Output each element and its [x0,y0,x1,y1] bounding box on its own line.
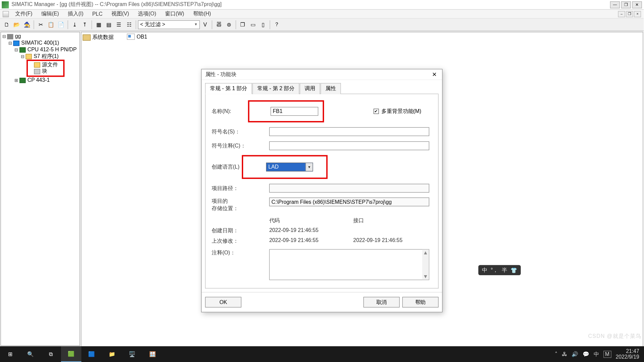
close-button[interactable]: ✕ [632,1,642,8]
object-label: 系统数据 [92,34,113,41]
tree-toggle[interactable]: ⊟ [20,53,25,60]
cancel-button[interactable]: 取消 [363,297,399,308]
ime-settings-icon[interactable]: 👕 [511,267,517,273]
object-ob1[interactable]: OB1 [127,34,147,40]
monitor-button[interactable]: ⊚ [224,20,234,29]
cut-button[interactable]: ✂ [36,20,46,29]
comment-textarea[interactable]: ▲▼ [269,249,429,280]
win-cascade-button[interactable]: ❐ [238,20,248,29]
wizard-button[interactable]: 🧙 [22,20,32,29]
system-tray[interactable]: ˄ 🖧 🔊 💬 中 M 21:47 2022/9/19 [550,349,644,360]
view-list-button[interactable]: ☰ [114,20,124,29]
taskbar-app-3[interactable]: 🖥️ [122,346,143,362]
start-button[interactable]: ⊞ [0,346,20,362]
tree-root[interactable]: gg [14,33,22,40]
mdi-minimize-button[interactable]: – [618,11,625,17]
tray-clock[interactable]: 21:47 2022/9/19 [615,349,639,360]
mdi-restore-button[interactable]: ❐ [626,11,633,17]
menu-file[interactable]: 文件(F) [11,9,37,19]
tab-calls[interactable]: 调用 [300,83,320,94]
chevron-down-icon[interactable]: ▼ [306,163,313,171]
menu-insert[interactable]: 插入(I) [63,9,88,19]
taskbar-app-2[interactable]: 🟦 [82,346,102,362]
menu-view[interactable]: 视图(V) [107,9,133,19]
menu-plc[interactable]: PLC [88,10,107,18]
ok-button[interactable]: OK [205,297,241,308]
help-button[interactable]: 帮助 [402,297,438,308]
dialog-titlebar[interactable]: 属性 - 功能块 ✕ [202,69,442,80]
name-input[interactable] [271,107,318,116]
tree-toggle[interactable]: ⊟ [2,33,6,40]
ime-width[interactable]: 半 [502,266,507,274]
tray-volume-icon[interactable]: 🔊 [572,351,578,357]
tree-toggle[interactable]: ⊟ [14,46,18,53]
mdi-close-button[interactable]: × [634,11,641,17]
scroll-down-icon[interactable]: ▼ [423,274,428,280]
tree-sources[interactable]: 源文件 [41,61,59,68]
menu-options[interactable]: 选项(O) [133,9,161,19]
ime-mode[interactable]: 中 [482,266,487,274]
dialog-close-button[interactable]: ✕ [431,70,439,78]
copy-button[interactable]: 📋 [46,20,56,29]
tree-blocks[interactable]: 块 [41,68,48,75]
tab-general-1[interactable]: 常规 - 第 1 部分 [205,83,252,94]
ime-indicator[interactable]: 中 °， 半 👕 [478,265,521,275]
view-small-button[interactable]: ▤ [104,20,114,29]
name-highlight-box [248,100,324,122]
taskbar-taskview-button[interactable]: ⧉ [41,346,61,362]
help-button[interactable]: ？ [272,20,282,29]
open-button[interactable]: 📂 [12,20,22,29]
lang-combo[interactable]: LAD ▼ [266,163,313,171]
symbol-input[interactable] [269,127,429,136]
scroll-up-icon[interactable]: ▲ [423,250,428,256]
dialog-button-bar: OK 取消 帮助 [202,292,442,312]
tab-general-2[interactable]: 常规 - 第 2 部分 [253,83,300,94]
window-title: SIMATIC Manager - [gg (组件视图) -- C:\Progr… [11,1,610,8]
tree-toggle[interactable]: ⊞ [14,77,18,83]
ob-icon [127,34,135,40]
minimize-button[interactable]: — [610,1,620,8]
simulate-button[interactable]: 器 [214,20,224,29]
object-system-data[interactable]: 系统数据 [83,34,113,41]
filter-apply-button[interactable]: V [200,20,210,29]
tree-toggle[interactable]: ⊟ [8,40,12,47]
taskbar-explorer[interactable]: 📁 [102,346,122,362]
tab-attributes[interactable]: 属性 [321,83,341,94]
menu-edit[interactable]: 编辑(E) [37,9,63,19]
win-tilev-button[interactable]: ▯ [258,20,268,29]
checkbox-icon: ✔ [374,109,379,114]
new-button[interactable]: 🗋 [2,20,11,29]
multi-instance-checkbox[interactable]: ✔ 多重背景功能(M) [374,108,421,115]
ime-punct[interactable]: °， [491,266,498,274]
tray-notification-icon[interactable]: 💬 [583,351,589,357]
paste-button[interactable]: 📄 [56,20,66,29]
win-tileh-button[interactable]: ▭ [248,20,258,29]
tree-station[interactable]: SIMATIC 400(1) [20,40,60,47]
maximize-button[interactable]: ❐ [621,1,631,8]
tree-cpu[interactable]: CPU 412-5 H PN/DP [26,46,77,53]
view-large-button[interactable]: ▦ [94,20,103,29]
download-button[interactable]: ⤓ [70,20,79,29]
symcomment-input[interactable] [269,141,429,150]
tray-ime[interactable]: 中 [594,351,599,358]
tree-program[interactable]: S7 程序(1) [33,53,60,60]
tree-highlight-box: ·源文件 ·块 [26,60,64,77]
tray-chevron-up-icon[interactable]: ˄ [555,351,557,357]
tray-m[interactable]: M [603,351,611,358]
project-tree[interactable]: ⊟gg ⊟SIMATIC 400(1) ⊟CPU 412-5 H PN/DP ⊟… [0,32,80,346]
tray-network-icon[interactable]: 🖧 [562,351,567,357]
taskbar-search-button[interactable]: 🔍 [20,346,41,362]
view-detail-button[interactable]: ☷ [124,20,134,29]
textarea-scrollbar[interactable]: ▲▼ [422,250,429,280]
menu-help[interactable]: 帮助(H) [189,9,215,19]
blocks-icon [34,69,40,74]
value-modified-iface: 2022-09-19 21:46:55 [353,237,424,245]
folder-icon [25,54,32,59]
menu-window[interactable]: 窗口(W) [161,9,189,19]
filter-combo[interactable]: < 无过滤 > ▼ [138,20,200,29]
upload-button[interactable]: ⤒ [80,20,90,29]
taskbar-app-simatic[interactable]: 🟩 [61,346,82,362]
tree-cp[interactable]: CP 443-1 [26,77,51,83]
taskbar-app-4[interactable]: 🪟 [142,346,163,362]
system-data-icon [83,34,91,40]
